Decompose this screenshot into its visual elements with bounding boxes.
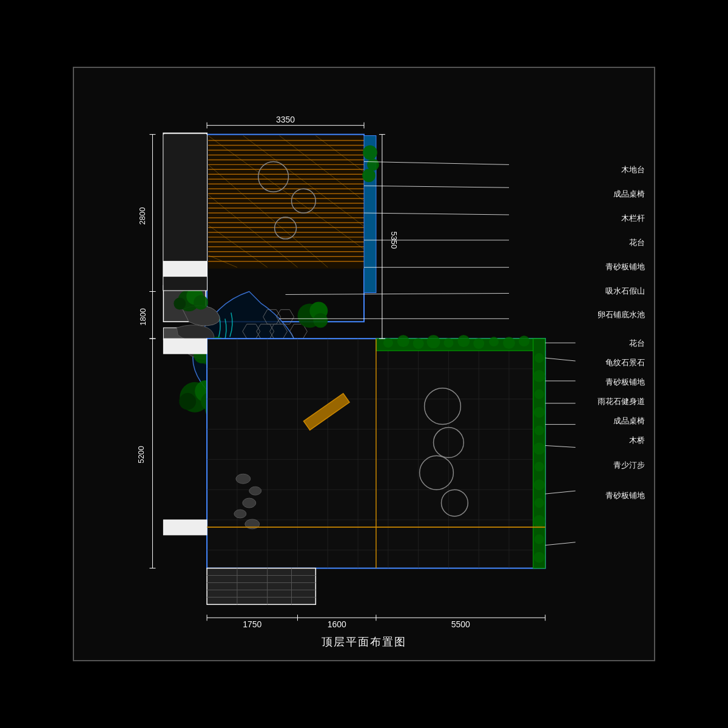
- svg-point-48: [194, 295, 208, 309]
- svg-point-113: [234, 510, 246, 518]
- svg-point-91: [473, 338, 484, 349]
- svg-rect-118: [163, 339, 207, 354]
- svg-text:5200: 5200: [136, 446, 146, 463]
- svg-point-98: [533, 370, 545, 382]
- svg-point-88: [427, 335, 440, 348]
- label-upper-6: 吸水石假山: [598, 279, 645, 303]
- svg-point-93: [503, 337, 515, 349]
- label-lower-4: 雨花石健身道: [598, 392, 645, 411]
- svg-point-89: [443, 338, 453, 348]
- label-upper-5: 青砂板铺地: [598, 255, 645, 279]
- svg-point-112: [243, 498, 256, 508]
- svg-rect-117: [163, 261, 207, 277]
- label-upper-1: 木地台: [598, 158, 645, 182]
- svg-point-101: [534, 426, 544, 436]
- svg-rect-119: [163, 520, 207, 535]
- svg-point-104: [534, 479, 545, 490]
- svg-point-105: [534, 498, 544, 508]
- svg-point-90: [457, 335, 470, 347]
- label-upper-4: 花台: [598, 231, 645, 255]
- svg-point-86: [397, 335, 410, 347]
- svg-text:3350: 3350: [276, 115, 295, 124]
- svg-point-110: [236, 474, 251, 484]
- label-upper-2: 成品桌椅: [598, 182, 645, 206]
- svg-point-42: [367, 158, 379, 170]
- svg-point-94: [519, 335, 530, 346]
- label-lower-8: 青砂板铺地: [598, 480, 645, 511]
- label-lower-1: 花台: [598, 334, 645, 353]
- label-lower-2: 龟纹石景石: [598, 353, 645, 372]
- svg-text:1800: 1800: [138, 308, 147, 326]
- svg-rect-120: [207, 568, 315, 605]
- svg-rect-2: [208, 136, 364, 269]
- svg-point-43: [362, 169, 376, 182]
- svg-point-59: [179, 393, 196, 410]
- label-lower-3: 青砂板铺地: [598, 372, 645, 392]
- svg-point-87: [413, 338, 424, 349]
- svg-point-108: [534, 552, 545, 563]
- label-lower-5: 成品桌椅: [598, 411, 645, 431]
- svg-point-103: [534, 462, 544, 471]
- svg-point-41: [363, 146, 377, 160]
- page-background: 3350 2800 1800 5200 5350: [0, 0, 728, 728]
- svg-point-107: [534, 534, 544, 544]
- svg-point-55: [313, 313, 328, 328]
- svg-point-92: [489, 337, 499, 346]
- drawing-container: 3350 2800 1800 5200 5350: [73, 67, 655, 661]
- svg-text:2800: 2800: [138, 207, 147, 225]
- svg-point-99: [534, 389, 544, 399]
- svg-text:1750: 1750: [243, 619, 261, 629]
- drawing-title: 顶层平面布置图: [74, 635, 654, 649]
- svg-point-85: [383, 338, 393, 348]
- svg-point-100: [534, 407, 545, 418]
- label-lower-6: 木桥: [598, 431, 645, 450]
- svg-point-102: [533, 442, 545, 454]
- svg-point-49: [174, 297, 186, 309]
- svg-text:5500: 5500: [451, 619, 470, 629]
- svg-point-106: [533, 515, 545, 527]
- svg-text:1600: 1600: [328, 619, 346, 629]
- svg-point-97: [534, 353, 544, 363]
- label-upper-7: 卵石铺底水池: [598, 303, 645, 326]
- label-lower-7: 青少汀步: [598, 450, 645, 480]
- svg-point-111: [249, 487, 261, 495]
- label-upper-3: 木栏杆: [598, 206, 645, 231]
